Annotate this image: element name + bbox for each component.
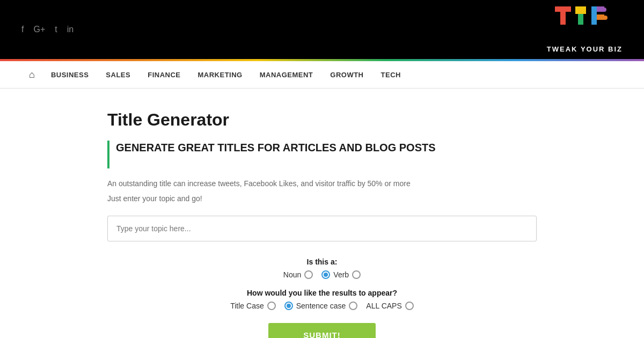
main-nav: ⌂ BUSINESS SALES FINANCE MARKETING MANAG…	[0, 61, 644, 89]
description-2: Just enter your topic and go!	[107, 194, 537, 203]
header: f G+ t in TWEAK YOUR BIZ	[0, 0, 644, 59]
logo-area: TWEAK YOUR BIZ	[547, 6, 623, 53]
all-caps-label: ALL CAPS	[366, 302, 401, 310]
submit-wrap: SUBMIT!	[107, 323, 537, 338]
svg-rect-7	[602, 8, 606, 12]
sentence-case-label: Sentence case	[296, 302, 346, 310]
brand-name: TWEAK YOUR BIZ	[547, 45, 623, 53]
nav-home-button[interactable]: ⌂	[21, 69, 42, 80]
google-plus-icon[interactable]: G+	[33, 25, 45, 34]
social-icons: f G+ t in	[21, 25, 74, 34]
verb-label: Verb	[333, 270, 349, 279]
nav-item-growth[interactable]: GROWTH	[321, 61, 372, 88]
nav-item-tech[interactable]: TECH	[372, 61, 409, 88]
all-caps-radio[interactable]	[405, 302, 414, 310]
noun-option[interactable]: Noun	[283, 270, 313, 279]
nav-item-management[interactable]: MANAGEMENT	[251, 61, 322, 88]
format-label: How would you like the results to appear…	[107, 289, 537, 297]
word-type-section: Is this a: Noun Verb	[107, 258, 537, 279]
verb-radio[interactable]	[321, 270, 330, 279]
svg-rect-5	[591, 6, 597, 25]
title-case-option[interactable]: Title Case	[230, 302, 276, 310]
twitter-icon[interactable]: t	[55, 25, 57, 34]
noun-label: Noun	[283, 270, 301, 279]
svg-rect-2	[575, 6, 581, 14]
topic-input[interactable]	[107, 216, 537, 241]
svg-rect-9	[602, 16, 608, 20]
sentence-case-radio[interactable]	[284, 302, 293, 310]
word-type-options: Noun Verb	[107, 270, 537, 279]
title-case-label: Title Case	[230, 302, 264, 310]
svg-rect-3	[581, 6, 586, 14]
nav-item-marketing[interactable]: MARKETING	[189, 61, 251, 88]
submit-button[interactable]: SUBMIT!	[268, 323, 376, 338]
svg-rect-4	[578, 14, 583, 25]
description-1: An outstanding title can increase tweets…	[107, 179, 537, 188]
sentence-case-radio-end[interactable]	[349, 302, 357, 310]
word-type-label: Is this a:	[107, 258, 537, 266]
verb-radio-extra[interactable]	[352, 270, 361, 279]
format-section: How would you like the results to appear…	[107, 289, 537, 310]
nav-item-business[interactable]: BUSINESS	[42, 61, 97, 88]
tyb-logo	[555, 6, 614, 43]
page-title: Title Generator	[107, 110, 537, 130]
all-caps-option[interactable]: ALL CAPS	[366, 302, 413, 310]
noun-radio[interactable]	[304, 270, 313, 279]
nav-item-finance[interactable]: FINANCE	[139, 61, 189, 88]
facebook-icon[interactable]: f	[21, 25, 24, 34]
subtitle-accent-bar	[107, 141, 109, 168]
nav-item-sales[interactable]: SALES	[97, 61, 139, 88]
format-options: Title Case Sentence case ALL CAPS	[107, 302, 537, 310]
svg-rect-1	[560, 6, 566, 25]
main-content: Title Generator GENERATE GREAT TITLES FO…	[0, 89, 644, 338]
title-case-radio[interactable]	[267, 302, 276, 310]
subtitle-text: GENERATE GREAT TITLES FOR ARTICLES AND B…	[116, 141, 436, 155]
subtitle-block: GENERATE GREAT TITLES FOR ARTICLES AND B…	[107, 141, 537, 168]
linkedin-icon[interactable]: in	[67, 25, 74, 34]
sentence-case-option[interactable]: Sentence case	[284, 302, 358, 310]
verb-option[interactable]: Verb	[321, 270, 361, 279]
